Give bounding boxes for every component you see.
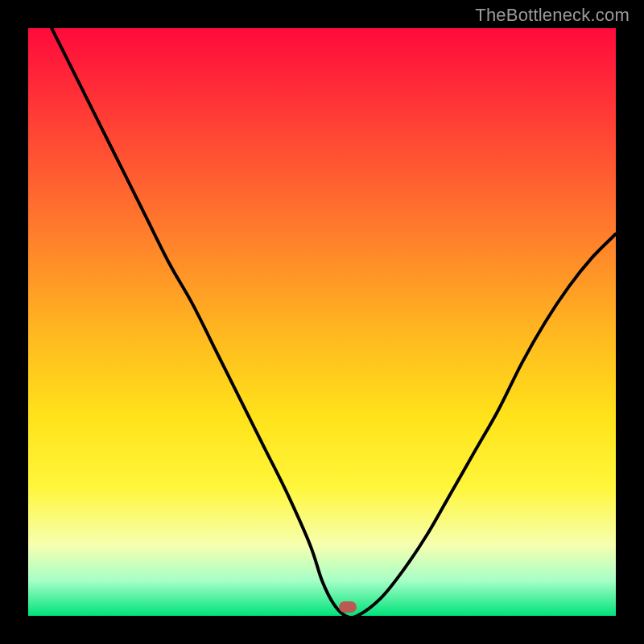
plot-area [28,28,616,616]
curve-layer [28,28,616,616]
watermark-text: TheBottleneck.com [475,5,630,26]
v-curve [28,28,616,616]
min-marker [339,601,357,613]
chart-frame: TheBottleneck.com [0,0,644,644]
